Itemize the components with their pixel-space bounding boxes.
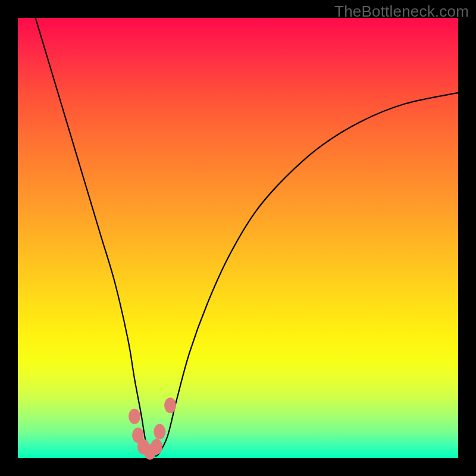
curve-marker [154, 424, 165, 440]
bottleneck-curve-path [36, 18, 458, 456]
curve-marker [129, 409, 140, 424]
curve-marker [164, 397, 176, 413]
curve-marker [151, 439, 162, 455]
bottleneck-chart [18, 18, 458, 458]
